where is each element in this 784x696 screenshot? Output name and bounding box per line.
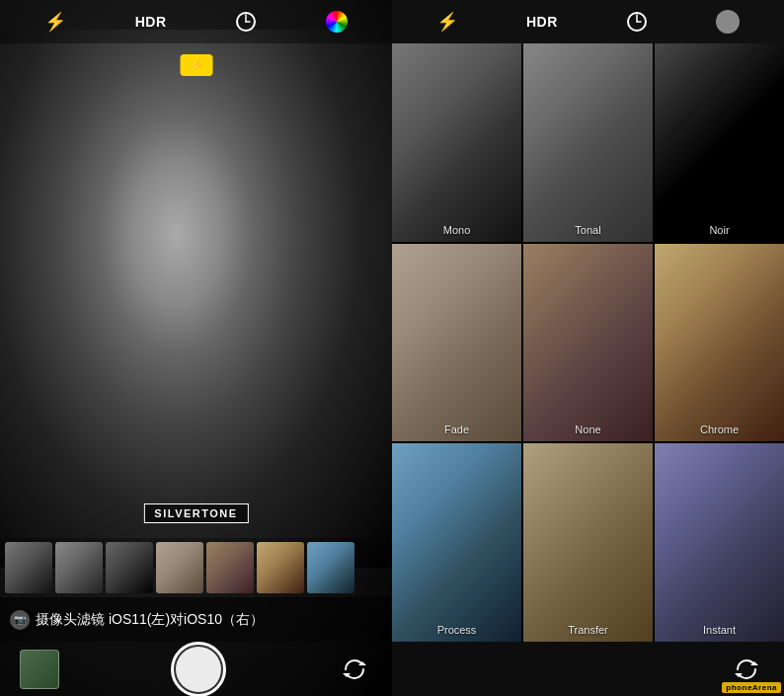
hdr-label[interactable]: HDR (135, 14, 167, 30)
filter-thumb-3[interactable] (106, 542, 153, 593)
right-timer-icon[interactable] (626, 11, 648, 33)
gallery-thumbnail[interactable] (20, 650, 59, 689)
filter-cell-chrome[interactable]: Chrome (655, 244, 784, 442)
caption-text: 摄像头滤镜 iOS11(左)对iOS10（右） (36, 611, 264, 629)
filter-tonal-bg (523, 43, 653, 242)
filter-fade-bg (392, 244, 521, 442)
filter-thumb-6[interactable] (257, 542, 304, 593)
filter-grid: Mono Tonal Noir Fade None Chrome Process (392, 43, 784, 642)
left-toolbar: ⚡ HDR (0, 0, 392, 43)
filter-none-label: None (523, 424, 653, 435)
flash-icon[interactable]: ⚡ (44, 11, 66, 33)
filter-thumb-2[interactable] (55, 542, 103, 593)
filter-mono-label: Mono (392, 224, 521, 236)
filter-chrome-bg (655, 244, 784, 442)
camera-preview (0, 30, 392, 568)
right-flash-icon[interactable]: ⚡ (436, 11, 458, 33)
filter-cell-mono[interactable]: Mono (392, 43, 521, 242)
filter-cell-none[interactable]: None (523, 244, 653, 442)
shutter-button[interactable] (171, 642, 226, 697)
flash-badge: ⚡ (180, 54, 212, 76)
caption-camera-icon: 📷 (10, 610, 30, 630)
filter-cell-instant[interactable]: Instant (655, 443, 784, 642)
filter-noir-label: Noir (655, 224, 784, 236)
filter-fade-label: Fade (392, 424, 521, 435)
filter-mono-bg (392, 43, 521, 242)
profile-icon[interactable] (716, 10, 740, 34)
flash-badge-icon: ⚡ (188, 57, 204, 73)
filter-instant-label: Instant (655, 624, 784, 636)
left-bottom-controls (0, 642, 392, 696)
filter-strip[interactable] (0, 538, 392, 597)
filter-none-bg (523, 244, 653, 442)
filter-instant-bg (655, 443, 784, 642)
filter-cell-noir[interactable]: Noir (655, 43, 784, 242)
color-filter-icon[interactable] (326, 11, 348, 33)
filter-transfer-label: Transfer (523, 624, 653, 636)
filter-thumb-7[interactable] (307, 542, 354, 593)
silvertone-label: SILVERTONE (143, 503, 248, 523)
flip-camera-button[interactable] (337, 652, 372, 687)
filter-process-label: Process (392, 624, 521, 636)
filter-cell-process[interactable]: Process (392, 443, 521, 642)
filter-thumb-1[interactable] (5, 542, 52, 593)
filter-tonal-label: Tonal (523, 224, 653, 236)
filter-process-bg (392, 443, 521, 642)
filter-cell-tonal[interactable]: Tonal (523, 43, 653, 242)
filter-noir-bg (655, 43, 784, 242)
right-panel: ⚡ HDR Mono Tonal Noir Fade None (392, 0, 784, 696)
caption-bar: 📷 摄像头滤镜 iOS11(左)对iOS10（右） (0, 597, 392, 642)
filter-chrome-label: Chrome (655, 424, 784, 435)
watermark: phoneArena (722, 682, 781, 693)
right-hdr-label[interactable]: HDR (526, 14, 558, 30)
filter-thumb-5[interactable] (206, 542, 254, 593)
right-toolbar: ⚡ HDR (392, 0, 784, 43)
left-panel: ⚡ HDR ⚡ SILVERTONE 📷 摄像头滤镜 iOS11(左)对iOS1… (0, 0, 392, 696)
filter-thumb-4[interactable] (156, 542, 203, 593)
filter-cell-fade[interactable]: Fade (392, 244, 521, 442)
filter-cell-transfer[interactable]: Transfer (523, 443, 653, 642)
timer-icon[interactable] (235, 11, 257, 33)
shutter-inner (176, 647, 221, 692)
filter-transfer-bg (523, 443, 653, 642)
